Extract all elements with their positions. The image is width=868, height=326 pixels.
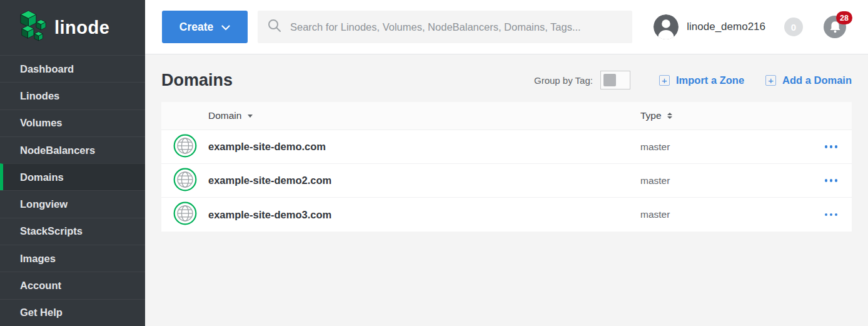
sidebar-item-get-help[interactable]: Get Help	[0, 299, 145, 326]
row-actions-ellipsis-icon[interactable]	[824, 210, 839, 220]
linode-logo-icon	[19, 10, 48, 45]
table-header-row: Domain Type	[161, 102, 852, 130]
domains-table: Domain Type	[161, 102, 852, 232]
sort-both-icon	[667, 113, 672, 119]
globe-icon	[173, 168, 197, 194]
create-button-label: Create	[179, 21, 213, 34]
type-column-label: Type	[640, 110, 662, 121]
sidebar-item-nodebalancers[interactable]: NodeBalancers	[0, 136, 145, 163]
sort-desc-icon	[248, 115, 253, 118]
group-by-tag-label: Group by Tag:	[534, 75, 593, 86]
import-a-zone-label: Import a Zone	[676, 74, 744, 86]
top-bar: Create linode_demo216 0	[145, 0, 868, 54]
sidebar-item-stackscripts[interactable]: StackScripts	[0, 218, 145, 245]
globe-icon	[173, 201, 197, 228]
table-row: example-site-demo.com master	[161, 130, 852, 164]
globe-icon	[173, 134, 197, 160]
add-a-domain-label: Add a Domain	[782, 74, 852, 86]
add-a-domain-link[interactable]: Add a Domain	[765, 74, 852, 86]
content: Domains Group by Tag: Import a Zone Add …	[145, 54, 868, 326]
sidebar-item-volumes[interactable]: Volumes	[0, 110, 145, 136]
column-header-type: Type	[640, 110, 810, 121]
sort-by-domain[interactable]: Domain	[208, 110, 253, 121]
domain-column-label: Domain	[208, 110, 241, 121]
sidebar-item-domains[interactable]: Domains	[0, 163, 145, 190]
plus-box-icon	[659, 75, 670, 86]
linode-wordmark: linode	[54, 18, 109, 38]
search-icon	[267, 18, 282, 36]
chevron-down-icon	[221, 21, 230, 34]
page-header: Domains Group by Tag: Import a Zone Add …	[161, 66, 852, 94]
group-by-tag-toggle[interactable]	[600, 71, 630, 89]
row-icon-cell	[161, 201, 208, 228]
sidebar-nav: Dashboard Linodes Volumes NodeBalancers …	[0, 55, 145, 326]
domain-type: master	[640, 209, 670, 220]
table-row: example-site-demo2.com master	[161, 164, 852, 198]
row-icon-cell	[161, 168, 208, 194]
row-actions-ellipsis-icon[interactable]	[824, 175, 839, 186]
notifications-button[interactable]: 28	[824, 16, 846, 38]
domain-link[interactable]: example-site-demo3.com	[208, 209, 331, 221]
import-a-zone-link[interactable]: Import a Zone	[659, 74, 744, 86]
sort-by-type[interactable]: Type	[640, 110, 810, 121]
sidebar: linode Dashboard Linodes Volumes NodeBal…	[0, 0, 145, 326]
sidebar-item-linodes[interactable]: Linodes	[0, 82, 145, 109]
create-button[interactable]: Create	[162, 11, 248, 43]
sidebar-item-dashboard[interactable]: Dashboard	[0, 55, 145, 82]
search-input[interactable]	[290, 21, 623, 33]
domain-link[interactable]: example-site-demo2.com	[208, 175, 331, 186]
row-actions-ellipsis-icon[interactable]	[824, 141, 839, 152]
column-header-domain: Domain	[208, 110, 640, 121]
global-search[interactable]	[258, 11, 632, 43]
community-count-badge[interactable]: 0	[784, 18, 803, 36]
sidebar-item-longview[interactable]: Longview	[0, 190, 145, 217]
sidebar-item-account[interactable]: Account	[0, 272, 145, 298]
page-title: Domains	[161, 71, 233, 90]
username[interactable]: linode_demo216	[687, 21, 765, 33]
sidebar-item-images[interactable]: Images	[0, 245, 145, 272]
domain-type: master	[640, 141, 670, 152]
toggle-knob	[603, 74, 616, 86]
main-area: Create linode_demo216 0	[145, 0, 868, 326]
linode-logo[interactable]: linode	[0, 0, 145, 55]
header-controls: Group by Tag: Import a Zone Add a Domain	[534, 71, 852, 89]
domain-link[interactable]: example-site-demo.com	[208, 141, 326, 153]
user-avatar[interactable]	[654, 14, 679, 39]
notification-count-badge: 28	[836, 11, 852, 24]
domain-type: master	[640, 175, 670, 186]
plus-box-icon	[765, 75, 776, 86]
table-row: example-site-demo3.com master	[161, 198, 852, 232]
user-group: linode_demo216 0 28	[654, 14, 852, 39]
row-icon-cell	[161, 134, 208, 160]
